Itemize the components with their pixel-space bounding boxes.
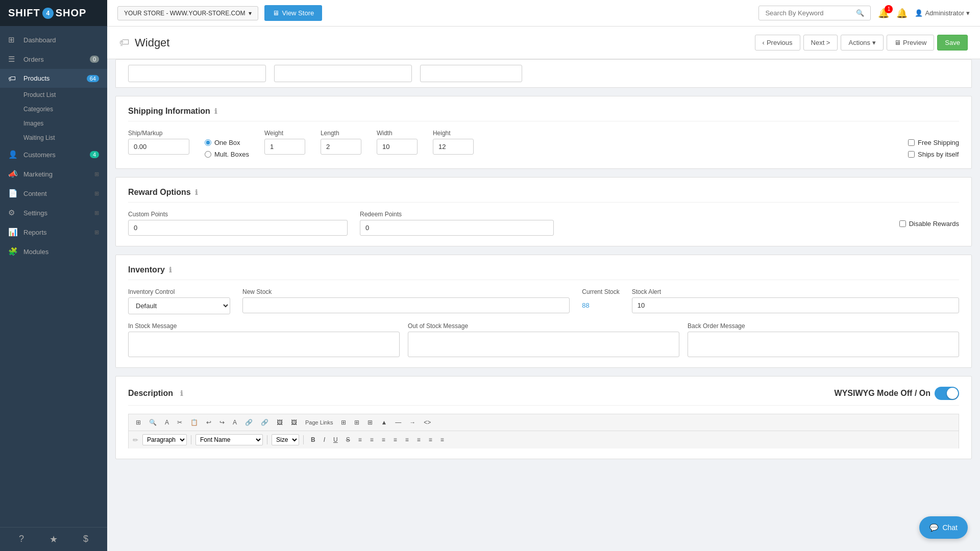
wysiwyg-btn-anchor[interactable]: ▲: [378, 417, 390, 428]
wysiwyg-btn-link[interactable]: 🔗: [242, 417, 256, 428]
rewards-info-icon[interactable]: ℹ: [195, 188, 198, 196]
height-group: Height: [433, 130, 474, 155]
mult-boxes-option[interactable]: Mult. Boxes: [205, 151, 249, 158]
one-box-radio[interactable]: [205, 139, 211, 146]
wysiwyg-btn-cut[interactable]: ✂: [174, 417, 185, 428]
wysiwyg-btn-arrow[interactable]: →: [406, 417, 419, 428]
sidebar-item-waiting-list[interactable]: Waiting List: [23, 131, 107, 145]
wysiwyg-toggle[interactable]: [935, 387, 959, 400]
wysiwyg-paragraph-select[interactable]: Paragraph Heading 1 Heading 2: [142, 434, 187, 445]
alerts-icon[interactable]: 🔔: [896, 8, 908, 19]
wysiwyg-btn-source[interactable]: <>: [421, 417, 434, 428]
wysiwyg-italic[interactable]: I: [321, 435, 328, 445]
wysiwyg-btn-hr[interactable]: —: [392, 417, 404, 428]
disable-rewards-option[interactable]: Disable Rewards: [899, 220, 959, 228]
wysiwyg-btn-image2[interactable]: 🖼: [288, 417, 300, 428]
wysiwyg-font-select[interactable]: Font Name Arial Times New Roman: [195, 434, 263, 445]
wysiwyg-btn-redo[interactable]: ↪: [216, 417, 228, 428]
billing-icon[interactable]: $: [83, 534, 88, 545]
view-store-button[interactable]: 🖥 View Store: [264, 5, 323, 21]
sidebar-item-images[interactable]: Images: [23, 116, 107, 131]
description-info-icon[interactable]: ℹ: [180, 389, 183, 397]
help-icon[interactable]: ?: [19, 534, 24, 545]
wysiwyg-align-center[interactable]: ≡: [367, 435, 377, 445]
wysiwyg-btn-widget[interactable]: ⊞: [351, 417, 362, 428]
wysiwyg-strikethrough[interactable]: S: [343, 435, 353, 445]
wysiwyg-align-right[interactable]: ≡: [379, 435, 388, 445]
wysiwyg-btn-format[interactable]: A: [230, 417, 240, 428]
length-input[interactable]: [321, 139, 361, 155]
wysiwyg-btn-copy[interactable]: 📋: [187, 417, 201, 428]
back-order-message-input[interactable]: [688, 332, 959, 357]
ship-markup-input[interactable]: [128, 139, 189, 155]
wysiwyg-align-justify[interactable]: ≡: [390, 435, 400, 445]
save-button[interactable]: Save: [937, 35, 968, 51]
notification-bell[interactable]: 🔔 1: [878, 8, 889, 19]
sidebar-item-reports[interactable]: 📊 Reports ⊞: [0, 222, 107, 242]
redeem-points-input[interactable]: [360, 220, 554, 236]
store-selector[interactable]: YOUR STORE - WWW.YOUR-STORE.COM ▾: [117, 6, 258, 20]
wysiwyg-bold[interactable]: B: [308, 435, 318, 445]
ship-markup-label: Ship/Markup: [128, 130, 189, 137]
wysiwyg-btn-table[interactable]: ⊞: [338, 417, 349, 428]
ships-by-itself-checkbox[interactable]: [908, 151, 915, 158]
sidebar-item-categories[interactable]: Categories: [23, 102, 107, 116]
inventory-control-select[interactable]: Default Track None: [128, 297, 230, 314]
current-stock-value[interactable]: 88: [582, 297, 619, 313]
partial-input-3[interactable]: [420, 65, 522, 82]
wysiwyg-btn-media[interactable]: ⊞: [364, 417, 376, 428]
partial-input-1[interactable]: [128, 65, 266, 82]
mult-boxes-radio[interactable]: [205, 151, 211, 158]
sidebar-item-dashboard[interactable]: ⊞ Dashboard: [0, 30, 107, 49]
sidebar-item-modules[interactable]: 🧩 Modules: [0, 242, 107, 261]
out-of-stock-message-input[interactable]: [408, 332, 679, 357]
actions-button[interactable]: Actions ▾: [841, 35, 884, 51]
width-input[interactable]: [377, 139, 418, 155]
sidebar-item-product-list[interactable]: Product List: [23, 88, 107, 102]
height-input[interactable]: [433, 139, 474, 155]
sidebar-item-settings[interactable]: ⚙ Settings ⊞: [0, 203, 107, 222]
wysiwyg-align-left[interactable]: ≡: [355, 435, 365, 445]
in-stock-message-input[interactable]: [128, 332, 400, 357]
wysiwyg-indent[interactable]: ≡: [426, 435, 435, 445]
back-order-message-label: Back Order Message: [688, 322, 959, 330]
inventory-info-icon[interactable]: ℹ: [169, 266, 172, 274]
admin-menu[interactable]: 👤 Administrator ▾: [915, 9, 970, 17]
one-box-option[interactable]: One Box: [205, 139, 249, 146]
sidebar-item-marketing[interactable]: 📣 Marketing ⊞: [0, 164, 107, 184]
custom-points-input[interactable]: [128, 220, 348, 236]
chat-button[interactable]: 💬 Chat: [919, 516, 968, 539]
wysiwyg-btn-font-color[interactable]: A: [162, 417, 172, 428]
search-input[interactable]: [765, 9, 853, 17]
shipping-info-icon[interactable]: ℹ: [214, 107, 217, 115]
preview-button[interactable]: 🖥 Preview: [887, 35, 934, 51]
wysiwyg-btn-undo[interactable]: ↩: [203, 417, 214, 428]
previous-button[interactable]: ‹ Previous: [755, 35, 800, 51]
wysiwyg-outdent[interactable]: ≡: [437, 435, 447, 445]
wysiwyg-btn-page-links[interactable]: Page Links: [302, 418, 336, 427]
partial-input-2[interactable]: [274, 65, 412, 82]
marketing-icon: 📣: [8, 169, 18, 179]
free-shipping-checkbox[interactable]: [908, 139, 915, 146]
wysiwyg-list-unordered[interactable]: ≡: [414, 435, 424, 445]
ships-by-itself-option[interactable]: Ships by itself: [908, 151, 959, 158]
sidebar-item-products[interactable]: 🏷 Products 64: [0, 69, 107, 88]
wysiwyg-btn-layout[interactable]: ⊞: [133, 417, 144, 428]
wysiwyg-list-ordered[interactable]: ≡: [402, 435, 412, 445]
disable-rewards-checkbox[interactable]: [899, 220, 906, 227]
new-stock-input[interactable]: [242, 297, 570, 313]
wysiwyg-btn-image[interactable]: 🖼: [274, 417, 286, 428]
next-button[interactable]: Next >: [803, 35, 838, 51]
free-shipping-option[interactable]: Free Shipping: [908, 139, 959, 146]
wysiwyg-btn-unlink[interactable]: 🔗: [258, 417, 272, 428]
weight-input[interactable]: [264, 139, 305, 155]
inventory-control-label: Inventory Control: [128, 288, 230, 295]
wysiwyg-underline[interactable]: U: [330, 435, 341, 445]
sidebar-item-content[interactable]: 📄 Content ⊞: [0, 184, 107, 203]
sidebar-item-customers[interactable]: 👤 Customers 4: [0, 145, 107, 164]
favorites-icon[interactable]: ★: [50, 534, 58, 545]
sidebar-item-orders[interactable]: ☰ Orders 0: [0, 49, 107, 69]
wysiwyg-btn-zoom[interactable]: 🔍: [146, 417, 160, 428]
wysiwyg-size-select[interactable]: Size 8 10 12 14 16: [272, 434, 299, 445]
stock-alert-input[interactable]: [632, 297, 959, 313]
